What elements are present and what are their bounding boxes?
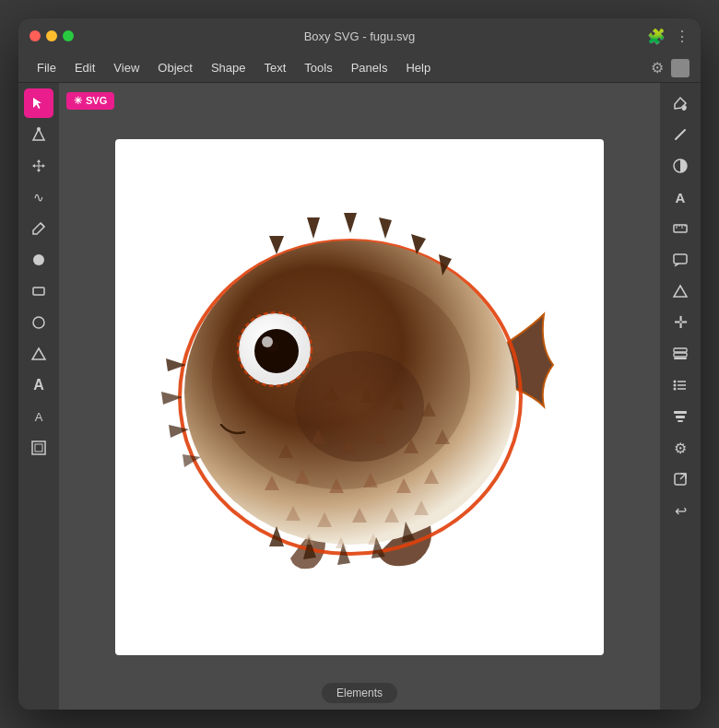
svg-marker-13 [379,217,392,239]
left-toolbar: ∿ [18,83,59,710]
adjust-icon[interactable]: ⚙ [651,59,664,76]
svg-rect-56 [183,233,190,241]
svg-rect-68 [674,348,687,352]
list-tool[interactable] [666,370,695,400]
svg-rect-67 [674,254,687,264]
titlebar: Boxy SVG - fugu.svg 🧩 ⋮ [18,18,701,53]
undo-tool[interactable]: ↩ [666,496,695,525]
more-icon[interactable]: ⋮ [675,28,690,45]
menu-text[interactable]: Text [256,58,293,77]
menu-panels[interactable]: Panels [344,58,395,77]
comment-tool[interactable] [666,245,695,275]
window-title: Boxy SVG - fugu.svg [304,29,416,43]
minimize-button[interactable] [46,30,57,41]
svg-line-60 [676,130,685,139]
menu-tools[interactable]: Tools [297,58,339,77]
svg-rect-58 [183,549,190,557]
settings-tool[interactable]: ⚙ [666,433,695,463]
menu-view[interactable]: View [106,58,147,77]
svg-point-75 [674,384,677,387]
svg-rect-6 [35,444,42,452]
ruler-tool[interactable] [666,214,695,243]
main-area: ∿ [18,83,701,710]
frame-tool[interactable] [24,433,53,463]
svg-rect-5 [32,441,45,454]
pen-tool[interactable] [24,214,53,243]
opacity-tool[interactable] [666,151,695,181]
svg-point-53 [254,329,299,373]
smooth-tool[interactable]: ∿ [24,182,53,212]
menu-right-actions: ⚙ [651,59,690,77]
maximize-button[interactable] [63,30,74,41]
app-window: Boxy SVG - fugu.svg 🧩 ⋮ File Edit View O… [18,18,701,710]
elements-label[interactable]: Elements [322,683,397,703]
menu-edit[interactable]: Edit [67,58,102,77]
menu-shape[interactable]: Shape [204,58,253,77]
svg-point-25 [295,351,424,462]
triangle-tool[interactable] [24,339,53,369]
rect-tool[interactable] [24,276,53,306]
svg-rect-77 [674,411,687,414]
svg-badge-label: SVG [86,95,107,106]
svg-rect-3 [33,288,44,295]
svg-rect-70 [674,358,687,359]
svg-rect-78 [676,416,685,418]
select-tool[interactable] [24,88,53,118]
svg-point-76 [674,388,677,391]
text-style-tool[interactable]: A [666,182,695,212]
svg-point-4 [33,317,44,328]
node-edit-tool[interactable] [24,120,53,149]
align-tool[interactable] [666,402,695,431]
svg-point-0 [37,127,41,131]
svg-line-81 [680,474,686,479]
text-tool[interactable]: A [24,370,53,400]
plugin-icon[interactable]: 🧩 [647,28,666,45]
svg-marker-10 [269,236,284,254]
menubar: File Edit View Object Shape Text Tools P… [18,53,701,83]
stroke-tool[interactable] [666,120,695,149]
svg-rect-79 [678,420,683,422]
circle-tool[interactable] [24,308,53,337]
svg-rect-59 [501,549,509,557]
move-tool[interactable]: ✛ [666,308,695,337]
canvas-wrapper[interactable] [59,118,660,676]
svg-line-1 [41,223,44,227]
canvas-toolbar: ✳ SVG [59,83,660,118]
canvas-background [115,139,604,655]
svg-point-55 [262,336,273,347]
menu-file[interactable]: File [29,58,64,77]
svg-rect-57 [501,233,509,241]
delta-tool[interactable] [666,276,695,306]
text-small-tool[interactable]: A [24,402,53,431]
traffic-lights [29,30,74,41]
canvas-area: ✳ SVG [59,83,660,710]
svg-marker-12 [344,213,357,233]
layers-tool[interactable] [666,339,695,369]
color-swatch[interactable] [671,59,690,77]
right-toolbar: A ✛ [660,83,701,710]
svg-point-74 [674,381,677,383]
close-button[interactable] [29,30,41,41]
fish-illustration [138,185,581,609]
pan-tool[interactable] [24,151,53,181]
svg-badge-star: ✳ [74,95,82,107]
export-tool[interactable] [666,464,695,494]
svg-rect-69 [674,353,687,357]
svg-marker-11 [307,217,320,239]
bottom-bar: Elements [59,676,660,710]
svg-badge[interactable]: ✳ SVG [66,92,114,110]
ellipse-tool[interactable] [24,245,53,275]
fill-tool[interactable] [666,88,695,118]
menu-help[interactable]: Help [398,58,438,77]
titlebar-actions: 🧩 ⋮ [647,28,690,45]
svg-point-2 [33,254,44,265]
menu-object[interactable]: Object [150,58,200,77]
